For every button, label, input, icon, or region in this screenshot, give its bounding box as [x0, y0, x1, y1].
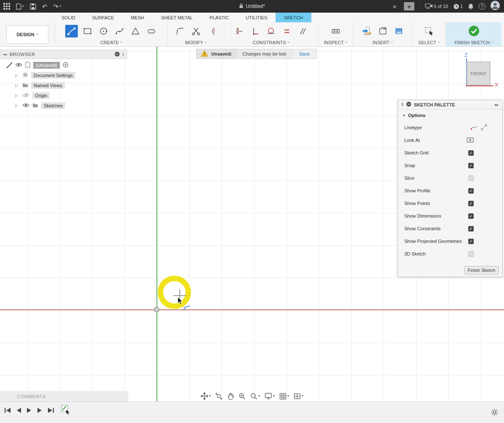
go-to-start-button[interactable] — [4, 407, 11, 415]
show-projected-geometries-checkbox[interactable]: ✓ — [468, 239, 474, 244]
browser-item-label[interactable]: Sketches — [41, 102, 65, 109]
viewcube[interactable]: Z X FRONT — [461, 51, 503, 89]
save-link[interactable]: Save — [292, 49, 316, 59]
tab-utilities[interactable]: UTILITIES — [237, 13, 276, 22]
options-section-header[interactable]: ▼ Options — [398, 109, 502, 121]
browser-row-document-settings[interactable]: ▷ Document Settings — [0, 70, 126, 80]
finish-sketch-dropdown[interactable]: FINISH SKETCH ▾ — [446, 38, 501, 46]
play-button[interactable] — [27, 407, 32, 415]
slice-checkbox[interactable]: ✓ — [468, 176, 474, 181]
redo-button[interactable]: ↷ ▾ — [53, 3, 61, 10]
browser-item-label[interactable]: Origin — [32, 92, 50, 99]
viewports-button[interactable]: ▾ — [294, 393, 303, 399]
trim-tool-button[interactable] — [190, 25, 202, 37]
equal-constraint-button[interactable] — [281, 25, 293, 37]
parallel-constraint-button[interactable] — [297, 25, 309, 37]
polygon-tool-button[interactable] — [129, 25, 142, 37]
active-document-target-icon[interactable] — [63, 62, 69, 69]
fit-button[interactable] — [215, 393, 223, 400]
go-to-end-button[interactable] — [48, 407, 54, 415]
zoom-button[interactable] — [239, 393, 246, 400]
grid-settings-button[interactable]: ▾ — [279, 393, 289, 400]
line-tool-button[interactable] — [65, 25, 78, 37]
tab-surface[interactable]: SURFACE — [84, 13, 122, 22]
finish-sketch-palette-button[interactable]: Finish Sketch — [464, 266, 499, 274]
fillet-tool-button[interactable] — [174, 25, 186, 37]
tab-mesh[interactable]: MESH — [122, 13, 153, 22]
visibility-hidden-eye-icon[interactable] — [22, 93, 29, 98]
app-grid-icon[interactable] — [3, 3, 10, 10]
normal-linetype-icon[interactable] — [470, 125, 477, 131]
disclosure-icon[interactable]: ▷ — [15, 104, 19, 108]
new-tab-button[interactable]: + — [404, 2, 414, 11]
comments-bar[interactable]: COMMENTS — [0, 391, 128, 402]
palette-drag-handle[interactable]: ‖ — [401, 102, 403, 107]
recent-activity-button[interactable]: 1 — [453, 3, 463, 10]
display-settings-button[interactable]: ▾ — [265, 393, 275, 399]
job-status-button[interactable]: 5 of 10 — [425, 3, 448, 9]
select-dropdown[interactable]: SELECT ▾ — [412, 38, 446, 46]
avatar[interactable] — [491, 1, 500, 12]
palette-minimize-icon[interactable] — [406, 101, 411, 108]
x-axis-line[interactable] — [0, 309, 504, 310]
browser-item-label[interactable]: Document Settings — [31, 72, 75, 79]
show-points-checkbox[interactable]: ✓ — [468, 201, 474, 206]
notifications-button[interactable] — [468, 3, 474, 10]
unsaved-document-label[interactable]: (Unsaved) — [33, 62, 60, 69]
timeline-settings-gear-icon[interactable] — [491, 408, 499, 418]
visibility-eye-icon[interactable] — [22, 103, 29, 109]
sketch-palette-header[interactable]: ‖ SKETCH PALETTE ▸▸ — [398, 100, 502, 109]
tab-sheet-metal[interactable]: SHEET METAL — [153, 13, 201, 22]
tab-plastic[interactable]: PLASTIC — [201, 13, 237, 22]
show-profile-checkbox[interactable]: ✓ — [468, 188, 474, 194]
finish-sketch-button[interactable] — [467, 25, 480, 37]
insert-dropdown[interactable]: INSERT ▾ — [353, 38, 412, 46]
measure-tool-button[interactable] — [329, 25, 342, 37]
coincident-constraint-button[interactable] — [249, 25, 261, 37]
sketch-grid-checkbox[interactable]: ✓ — [468, 150, 474, 156]
origin-point[interactable] — [154, 307, 159, 312]
zoom-window-button[interactable]: ▾ — [250, 393, 260, 400]
browser-resize-handle[interactable]: ‖ — [122, 52, 124, 57]
constraints-dropdown[interactable]: CONSTRAINTS ▾ — [224, 38, 318, 46]
circle-tool-button[interactable] — [97, 25, 110, 37]
modify-dropdown[interactable]: MODIFY ▾ — [168, 38, 224, 46]
file-menu-button[interactable]: ▾ — [16, 3, 24, 10]
canvas-tool-button[interactable] — [393, 25, 405, 37]
browser-row-origin[interactable]: ▷ Origin — [0, 90, 126, 101]
browser-item-label[interactable]: Named Views — [31, 82, 65, 89]
construction-linetype-icon[interactable] — [481, 124, 487, 131]
decal-tool-button[interactable] — [377, 25, 389, 37]
disclosure-icon[interactable]: ▷ — [15, 73, 19, 77]
horizontal-vertical-constraint-button[interactable] — [233, 25, 245, 37]
tangent-constraint-button[interactable] — [265, 25, 277, 37]
slot-tool-button[interactable] — [145, 25, 158, 37]
insert-svg-button[interactable]: SVG — [361, 25, 373, 37]
look-at-icon[interactable] — [467, 137, 474, 144]
palette-expand-icon[interactable]: ▸▸ — [495, 103, 499, 107]
browser-minimize-icon[interactable] — [114, 51, 120, 58]
visibility-eye-icon[interactable] — [15, 62, 22, 68]
design-workspace-button[interactable]: DESIGN ▾ — [6, 25, 48, 44]
close-tab-icon[interactable]: × — [390, 3, 399, 10]
browser-row-named-views[interactable]: ▷ Named Views — [0, 80, 126, 90]
browser-root-row[interactable]: (Unsaved) — [0, 60, 126, 70]
save-button[interactable] — [30, 3, 36, 10]
collapse-browser-icon[interactable]: ◂◂ — [3, 52, 7, 56]
pan-button[interactable] — [227, 393, 234, 400]
offset-tool-button[interactable] — [206, 25, 218, 37]
tab-sketch[interactable]: SKETCH — [276, 13, 311, 22]
select-tool-button[interactable] — [423, 25, 435, 37]
step-forward-button[interactable] — [37, 407, 42, 415]
step-back-button[interactable] — [16, 407, 21, 415]
rectangle-tool-button[interactable] — [81, 25, 94, 37]
viewcube-front-face[interactable]: FRONT — [467, 61, 491, 85]
disclosure-icon[interactable]: ▷ — [15, 83, 19, 88]
tab-solid[interactable]: SOLID — [53, 13, 84, 22]
show-constraints-checkbox[interactable]: ✓ — [468, 226, 474, 231]
timeline-sketch-feature-icon[interactable] — [61, 404, 72, 418]
snap-checkbox[interactable]: ✓ — [468, 163, 474, 168]
y-axis-line[interactable] — [157, 47, 157, 402]
spline-tool-button[interactable] — [113, 25, 126, 37]
show-dimensions-checkbox[interactable]: ✓ — [468, 213, 474, 219]
